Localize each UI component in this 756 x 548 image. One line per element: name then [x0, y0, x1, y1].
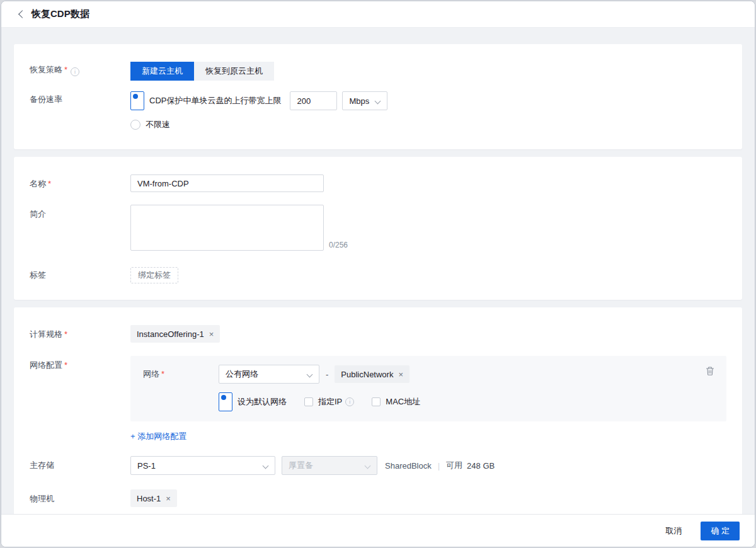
rate-option-unlimited: 不限速 [130, 119, 726, 130]
name-label: 名称* [30, 174, 130, 190]
storage-type: SharedBlock [385, 461, 432, 471]
form-body: 恢复策略*i 新建云主机 恢复到原云主机 备份速率 CDP保护中单块云盘的上行带… [1, 28, 755, 514]
host-label: 物理机 [30, 489, 130, 505]
storage-info: SharedBlock | 可用 248 GB [385, 460, 495, 471]
tag-label: 标签 [30, 267, 130, 281]
network-chip: PublicNetwork × [335, 365, 410, 383]
description-textarea[interactable] [130, 205, 324, 251]
radio-unlimited[interactable] [130, 120, 140, 130]
cancel-button[interactable]: 取消 [656, 522, 690, 540]
checkbox-specify-ip[interactable] [304, 397, 313, 406]
network-config-label: 网络配置* [30, 356, 130, 371]
strategy-toggle: 新建云主机 恢复到原云主机 [130, 62, 274, 81]
toggle-new-vm[interactable]: 新建云主机 [130, 62, 194, 81]
mac-address-option: MAC地址 [372, 396, 420, 408]
provision-select: 厚置备 [282, 456, 377, 475]
storage-available-value: 248 GB [467, 461, 495, 471]
network-panel: 网络* 公有网络 - PublicNetwork × [130, 356, 726, 421]
confirm-button[interactable]: 确 定 [701, 522, 740, 540]
checkbox-mac-address[interactable] [372, 397, 381, 406]
remove-host-icon[interactable]: × [166, 494, 171, 503]
name-input[interactable] [130, 174, 324, 192]
bandwidth-unit-select[interactable]: Mbps [342, 91, 387, 110]
description-label: 简介 [30, 205, 130, 220]
storage-available-label: 可用 [446, 460, 462, 471]
network-type-select[interactable]: 公有网络 [219, 365, 319, 384]
radio-default-network[interactable] [219, 392, 232, 411]
delete-network-icon[interactable] [705, 366, 715, 379]
info-icon: i [345, 397, 354, 406]
bandwidth-input[interactable] [290, 91, 337, 110]
chevron-down-icon [375, 98, 381, 104]
chevron-down-icon [365, 463, 370, 469]
strategy-label: 恢复策略*i [30, 62, 130, 76]
bind-tag-button[interactable]: 绑定标签 [130, 267, 178, 283]
offering-label: 计算规格* [30, 325, 130, 340]
info-icon: i [71, 67, 79, 76]
restore-cdp-dialog: 恢复CDP数据 恢复策略*i 新建云主机 恢复到原云主机 备份速率 [1, 1, 755, 547]
radio-limited[interactable] [130, 91, 144, 110]
default-network-option: 设为默认网络 [219, 392, 287, 411]
add-network-link[interactable]: + 添加网络配置 [130, 431, 186, 442]
strategy-card: 恢复策略*i 新建云主机 恢复到原云主机 备份速率 CDP保护中单块云盘的上行带… [14, 44, 742, 149]
chevron-down-icon [263, 463, 268, 469]
remove-network-icon[interactable]: × [398, 370, 403, 379]
footer-bar: 取消 确 定 [1, 514, 755, 547]
primary-storage-select[interactable]: PS-1 [130, 456, 275, 475]
basic-info-card: 名称* 简介 0/256 标签 绑定标签 [14, 157, 742, 300]
storage-label: 主存储 [30, 456, 130, 471]
specify-ip-option: 指定IP i [304, 396, 354, 408]
host-chip: Host-1 × [130, 489, 177, 507]
toggle-restore-original[interactable]: 恢复到原云主机 [194, 62, 274, 81]
page-title: 恢复CDP数据 [32, 8, 89, 20]
rate-option-limited: CDP保护中单块云盘的上行带宽上限 Mbps [130, 91, 726, 110]
back-icon[interactable] [16, 9, 26, 20]
remove-offering-icon[interactable]: × [209, 330, 214, 338]
char-counter: 0/256 [329, 241, 348, 251]
compute-config-card: 计算规格* InstanceOffering-1 × 网络配置* [14, 307, 742, 514]
rate-label: 备份速率 [30, 91, 130, 105]
offering-chip: InstanceOffering-1 × [130, 325, 220, 343]
chevron-down-icon [307, 372, 312, 377]
page-header: 恢复CDP数据 [1, 1, 755, 28]
network-inner-label: 网络* [143, 368, 219, 380]
